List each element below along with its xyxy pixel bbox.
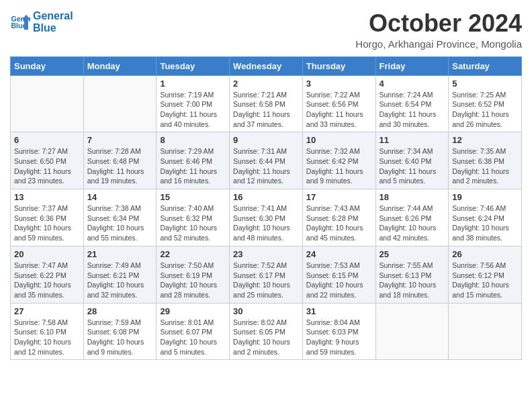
- calendar-cell: 29Sunrise: 8:01 AMSunset: 6:07 PMDayligh…: [157, 303, 230, 360]
- day-number: 30: [233, 306, 299, 316]
- calendar-cell: 22Sunrise: 7:50 AMSunset: 6:19 PMDayligh…: [157, 246, 230, 303]
- day-info: Sunrise: 7:19 AMSunset: 7:00 PMDaylight:…: [160, 90, 226, 130]
- day-info: Sunrise: 7:40 AMSunset: 6:32 PMDaylight:…: [160, 203, 226, 243]
- day-info: Sunrise: 7:22 AMSunset: 6:56 PMDaylight:…: [306, 90, 372, 130]
- calendar-cell: 5Sunrise: 7:25 AMSunset: 6:52 PMDaylight…: [449, 75, 522, 132]
- calendar-cell: 31Sunrise: 8:04 AMSunset: 6:03 PMDayligh…: [302, 303, 375, 360]
- title-section: October 2024 Horgo, Arkhangai Province, …: [355, 10, 522, 50]
- day-info: Sunrise: 7:59 AMSunset: 6:08 PMDaylight:…: [87, 318, 153, 357]
- day-info: Sunrise: 7:34 AMSunset: 6:40 PMDaylight:…: [380, 146, 445, 186]
- day-number: 14: [87, 192, 153, 202]
- day-number: 1: [160, 79, 226, 89]
- day-number: 8: [160, 135, 226, 145]
- weekday-header-wednesday: Wednesday: [230, 56, 303, 75]
- day-info: Sunrise: 7:27 AMSunset: 6:50 PMDaylight:…: [14, 146, 80, 186]
- day-number: 27: [14, 306, 80, 316]
- calendar-cell: 8Sunrise: 7:29 AMSunset: 6:46 PMDaylight…: [157, 132, 230, 189]
- day-info: Sunrise: 7:44 AMSunset: 6:26 PMDaylight:…: [380, 203, 445, 243]
- svg-text:Blue: Blue: [11, 21, 27, 30]
- day-number: 22: [160, 249, 226, 259]
- calendar-table: SundayMondayTuesdayWednesdayThursdayFrid…: [10, 56, 522, 361]
- calendar-cell: 13Sunrise: 7:37 AMSunset: 6:36 PMDayligh…: [11, 189, 84, 246]
- day-info: Sunrise: 7:52 AMSunset: 6:17 PMDaylight:…: [233, 261, 299, 300]
- day-info: Sunrise: 7:35 AMSunset: 6:38 PMDaylight:…: [452, 146, 518, 186]
- day-info: Sunrise: 7:55 AMSunset: 6:13 PMDaylight:…: [380, 261, 445, 300]
- day-info: Sunrise: 7:49 AMSunset: 6:21 PMDaylight:…: [87, 261, 153, 300]
- page-header: General Blue General Blue October 2024 H…: [10, 10, 522, 50]
- weekday-header-saturday: Saturday: [449, 56, 522, 75]
- week-row-2: 6Sunrise: 7:27 AMSunset: 6:50 PMDaylight…: [11, 132, 522, 189]
- day-info: Sunrise: 7:24 AMSunset: 6:54 PMDaylight:…: [380, 90, 445, 130]
- day-info: Sunrise: 7:25 AMSunset: 6:52 PMDaylight:…: [452, 90, 518, 130]
- day-info: Sunrise: 7:53 AMSunset: 6:15 PMDaylight:…: [306, 261, 372, 300]
- weekday-header-row: SundayMondayTuesdayWednesdayThursdayFrid…: [11, 56, 522, 75]
- day-number: 25: [380, 249, 445, 259]
- logo-text: General Blue: [33, 10, 73, 34]
- calendar-cell: 11Sunrise: 7:34 AMSunset: 6:40 PMDayligh…: [375, 132, 449, 189]
- day-number: 4: [380, 79, 445, 89]
- calendar-cell: 30Sunrise: 8:02 AMSunset: 6:05 PMDayligh…: [230, 303, 303, 360]
- calendar-cell: 4Sunrise: 7:24 AMSunset: 6:54 PMDaylight…: [375, 75, 449, 132]
- calendar-cell: 14Sunrise: 7:38 AMSunset: 6:34 PMDayligh…: [83, 189, 157, 246]
- calendar-cell: 19Sunrise: 7:46 AMSunset: 6:24 PMDayligh…: [449, 189, 522, 246]
- day-number: 9: [233, 135, 299, 145]
- day-number: 17: [306, 192, 372, 202]
- day-number: 7: [87, 135, 153, 145]
- calendar-cell: 10Sunrise: 7:32 AMSunset: 6:42 PMDayligh…: [302, 132, 375, 189]
- day-info: Sunrise: 7:32 AMSunset: 6:42 PMDaylight:…: [306, 146, 372, 186]
- day-number: 13: [14, 192, 80, 202]
- day-number: 29: [160, 306, 226, 316]
- month-title: October 2024: [355, 10, 522, 37]
- day-info: Sunrise: 7:41 AMSunset: 6:30 PMDaylight:…: [233, 203, 299, 243]
- day-number: 15: [160, 192, 226, 202]
- calendar-cell: 21Sunrise: 7:49 AMSunset: 6:21 PMDayligh…: [83, 246, 157, 303]
- day-number: 31: [306, 306, 372, 316]
- day-info: Sunrise: 7:31 AMSunset: 6:44 PMDaylight:…: [233, 146, 299, 186]
- calendar-cell: 16Sunrise: 7:41 AMSunset: 6:30 PMDayligh…: [230, 189, 303, 246]
- calendar-cell: 27Sunrise: 7:58 AMSunset: 6:10 PMDayligh…: [11, 303, 84, 360]
- day-number: 18: [380, 192, 445, 202]
- day-number: 21: [87, 249, 153, 259]
- day-info: Sunrise: 7:58 AMSunset: 6:10 PMDaylight:…: [14, 318, 80, 357]
- day-number: 23: [233, 249, 299, 259]
- day-info: Sunrise: 7:21 AMSunset: 6:58 PMDaylight:…: [233, 90, 299, 130]
- calendar-cell: 3Sunrise: 7:22 AMSunset: 6:56 PMDaylight…: [302, 75, 375, 132]
- day-number: 20: [14, 249, 80, 259]
- day-number: 11: [380, 135, 445, 145]
- day-info: Sunrise: 7:28 AMSunset: 6:48 PMDaylight:…: [87, 146, 153, 186]
- day-info: Sunrise: 7:29 AMSunset: 6:46 PMDaylight:…: [160, 146, 226, 186]
- calendar-cell: 28Sunrise: 7:59 AMSunset: 6:08 PMDayligh…: [83, 303, 157, 360]
- logo: General Blue General Blue: [10, 10, 73, 34]
- day-info: Sunrise: 8:01 AMSunset: 6:07 PMDaylight:…: [160, 318, 226, 357]
- weekday-header-friday: Friday: [375, 56, 449, 75]
- calendar-cell: [83, 75, 157, 132]
- day-number: 28: [87, 306, 153, 316]
- calendar-cell: 26Sunrise: 7:56 AMSunset: 6:12 PMDayligh…: [449, 246, 522, 303]
- week-row-3: 13Sunrise: 7:37 AMSunset: 6:36 PMDayligh…: [11, 189, 522, 246]
- day-info: Sunrise: 7:43 AMSunset: 6:28 PMDaylight:…: [306, 203, 372, 243]
- weekday-header-sunday: Sunday: [11, 56, 84, 75]
- day-info: Sunrise: 7:47 AMSunset: 6:22 PMDaylight:…: [14, 261, 80, 300]
- day-info: Sunrise: 7:56 AMSunset: 6:12 PMDaylight:…: [452, 261, 518, 300]
- day-number: 3: [306, 79, 372, 89]
- day-info: Sunrise: 7:38 AMSunset: 6:34 PMDaylight:…: [87, 203, 153, 243]
- calendar-cell: 23Sunrise: 7:52 AMSunset: 6:17 PMDayligh…: [230, 246, 303, 303]
- calendar-cell: [11, 75, 84, 132]
- day-number: 19: [452, 192, 518, 202]
- day-info: Sunrise: 8:02 AMSunset: 6:05 PMDaylight:…: [233, 318, 299, 357]
- day-number: 12: [452, 135, 518, 145]
- calendar-cell: 24Sunrise: 7:53 AMSunset: 6:15 PMDayligh…: [302, 246, 375, 303]
- calendar-cell: [449, 303, 522, 360]
- day-number: 26: [452, 249, 518, 259]
- location: Horgo, Arkhangai Province, Mongolia: [355, 38, 522, 50]
- calendar-cell: 20Sunrise: 7:47 AMSunset: 6:22 PMDayligh…: [11, 246, 84, 303]
- logo-icon: General Blue: [10, 12, 30, 32]
- day-number: 2: [233, 79, 299, 89]
- day-info: Sunrise: 8:04 AMSunset: 6:03 PMDaylight:…: [306, 318, 372, 357]
- calendar-cell: 12Sunrise: 7:35 AMSunset: 6:38 PMDayligh…: [449, 132, 522, 189]
- day-number: 10: [306, 135, 372, 145]
- calendar-cell: 9Sunrise: 7:31 AMSunset: 6:44 PMDaylight…: [230, 132, 303, 189]
- day-info: Sunrise: 7:37 AMSunset: 6:36 PMDaylight:…: [14, 203, 80, 243]
- week-row-4: 20Sunrise: 7:47 AMSunset: 6:22 PMDayligh…: [11, 246, 522, 303]
- calendar-cell: 1Sunrise: 7:19 AMSunset: 7:00 PMDaylight…: [157, 75, 230, 132]
